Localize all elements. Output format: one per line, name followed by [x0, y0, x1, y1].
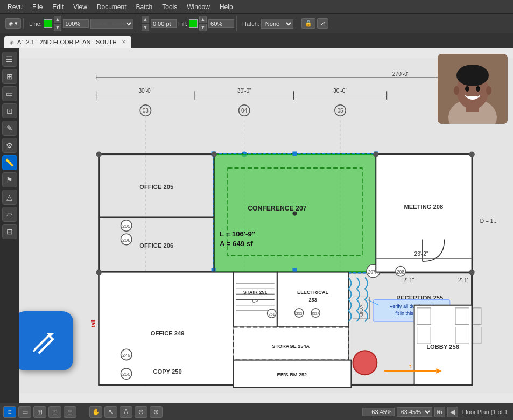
statusbar-first-page-button[interactable]: ⏮ — [434, 407, 445, 417]
sidebar-btn-panel[interactable]: ⊡ — [2, 103, 17, 118]
fab-edit-button[interactable] — [19, 311, 73, 370]
svg-text:ER'S RM 252: ER'S RM 252 — [277, 372, 307, 377]
status-zoom-select[interactable]: 63.45% 50% 100% 150% — [397, 407, 432, 417]
svg-text:205: 205 — [122, 223, 130, 229]
svg-point-136 — [476, 86, 480, 92]
tab-bar: ◈ A1.2.1 - 2ND FLOOR PLAN - SOUTH × — [0, 33, 513, 48]
left-sidebar: ☰ ⊞ ▭ ⊡ ✎ ⚙ 📏 ⚑ △ ▱ ⊟ — [0, 48, 19, 403]
zoom-up-button[interactable]: ▲ — [54, 16, 61, 23]
svg-text:OFFICE 206: OFFICE 206 — [139, 242, 173, 249]
statusbar-prev-page-button[interactable]: ◀ — [447, 407, 458, 417]
fill-opacity-down[interactable]: ▼ — [199, 24, 207, 31]
floor-plan-canvas[interactable]: 30'-0" 30'-0" 30'-0" 270'-0" 03 04 05 — [19, 48, 513, 403]
svg-text:VOID: VOID — [359, 305, 364, 317]
sidebar-btn-measure[interactable]: 📏 — [2, 155, 17, 170]
status-bar: ≡ ▭ ⊞ ⊡ ⊟ ✋ ↖ A ⊖ ⊕ 63.45% 50% 100% 150%… — [0, 403, 513, 420]
statusbar-zoom-out-button[interactable]: ⊖ — [135, 406, 147, 418]
svg-text:A = 649 sf: A = 649 sf — [220, 240, 253, 248]
menu-bar: Revu File Edit View Document Batch Tools… — [0, 0, 513, 14]
offset-down-button[interactable]: ▼ — [142, 24, 149, 31]
svg-line-142 — [34, 349, 36, 351]
menu-view[interactable]: View — [69, 2, 92, 12]
document-tab[interactable]: ◈ A1.2.1 - 2ND FLOOR PLAN - SOUTH × — [4, 36, 131, 48]
statusbar-two-page-button[interactable]: ⊞ — [33, 406, 46, 418]
zoom-input[interactable] — [63, 19, 89, 28]
floor-plan-label: Floor Plan (1 of 1 — [460, 409, 510, 415]
tab-close-button[interactable]: × — [122, 38, 126, 46]
status-zoom-input[interactable] — [362, 408, 395, 416]
line-label: Line: — [29, 20, 42, 27]
svg-text:OFFICE 205: OFFICE 205 — [139, 184, 173, 190]
lock-button[interactable]: 🔒 — [301, 18, 315, 29]
sidebar-btn-markup[interactable]: ✎ — [2, 121, 17, 136]
svg-point-127 — [469, 270, 474, 275]
sidebar-btn-select[interactable]: ▭ — [2, 86, 17, 101]
svg-text:253: 253 — [308, 297, 317, 303]
svg-point-135 — [465, 86, 469, 92]
expand-button[interactable]: ⤢ — [317, 18, 328, 29]
svg-text:206: 206 — [122, 237, 130, 243]
offset-up-button[interactable]: ▲ — [142, 16, 149, 23]
svg-text:253: 253 — [296, 312, 303, 316]
opacity-input[interactable] — [208, 19, 234, 28]
svg-text:30'-0": 30'-0" — [333, 88, 347, 94]
sidebar-btn-grid[interactable]: ⊞ — [2, 69, 17, 84]
svg-point-126 — [96, 270, 102, 275]
toolbar: ◈ ▾ Line: ▲ ▼ ────────── - - - - - - ▲ ▼… — [0, 14, 513, 33]
line-group: Line: ▲ ▼ ────────── - - - - - - — [27, 16, 136, 31]
line-style-select[interactable]: ────────── - - - - - - — [90, 19, 133, 29]
svg-text:UP: UP — [252, 299, 258, 304]
menu-tools[interactable]: Tools — [158, 2, 181, 12]
svg-text:23'-2": 23'-2" — [414, 251, 428, 257]
svg-point-116 — [353, 351, 377, 375]
hatch-group: Hatch: None — [240, 19, 296, 29]
sidebar-btn-settings[interactable]: ⚙ — [2, 138, 17, 153]
statusbar-text-button[interactable]: A — [120, 406, 132, 418]
sidebar-btn-shape[interactable]: ▱ — [2, 207, 17, 222]
tab-title: A1.2.1 - 2ND FLOOR PLAN - SOUTH — [17, 39, 117, 45]
fill-color-box[interactable] — [189, 19, 198, 28]
svg-text:05: 05 — [337, 108, 343, 114]
line-color-box[interactable] — [44, 19, 52, 28]
menu-batch[interactable]: Batch — [132, 2, 157, 12]
menu-file[interactable]: File — [28, 2, 47, 12]
fill-label: Fill: — [178, 20, 187, 27]
svg-text:250: 250 — [122, 372, 130, 377]
sidebar-btn-layers[interactable]: ☰ — [2, 52, 17, 67]
hatch-label: Hatch: — [242, 20, 259, 27]
svg-text:D = 1...: D = 1... — [480, 218, 498, 224]
zoom-down-button[interactable]: ▼ — [54, 24, 61, 31]
svg-text:CONFERENCE 207: CONFERENCE 207 — [248, 205, 307, 212]
statusbar-single-page-button[interactable]: ▭ — [18, 406, 31, 418]
statusbar-pan-button[interactable]: ✋ — [89, 406, 102, 418]
sidebar-btn-triangle[interactable]: △ — [2, 190, 17, 205]
fill-opacity-up[interactable]: ▲ — [199, 16, 207, 23]
menu-document[interactable]: Document — [93, 2, 131, 12]
menu-edit[interactable]: Edit — [48, 2, 68, 12]
hatch-select[interactable]: None — [261, 19, 293, 29]
svg-line-141 — [39, 339, 53, 353]
statusbar-zoom-in-button[interactable]: ⊕ — [150, 406, 163, 418]
statusbar-list-button[interactable]: ≡ — [3, 406, 16, 418]
menu-revu[interactable]: Revu — [3, 2, 27, 12]
person-photo — [438, 54, 508, 124]
sidebar-btn-flag[interactable]: ⚑ — [2, 172, 17, 187]
svg-text:?: ? — [409, 364, 411, 369]
menu-help[interactable]: Help — [215, 2, 237, 12]
svg-text:L = 106'-9": L = 106'-9" — [220, 230, 255, 238]
tool-selector-button[interactable]: ◈ ▾ — [5, 18, 21, 29]
svg-point-122 — [96, 151, 102, 157]
svg-text:2'-1': 2'-1' — [458, 277, 468, 283]
menu-window[interactable]: Window — [182, 2, 214, 12]
statusbar-scroll-button[interactable]: ⊡ — [48, 406, 61, 418]
statusbar-split-button[interactable]: ⊟ — [64, 406, 76, 418]
svg-text:04: 04 — [241, 108, 248, 114]
svg-text:COPY 250: COPY 250 — [153, 368, 181, 375]
svg-text:30'-0": 30'-0" — [237, 88, 251, 94]
sidebar-btn-stamp[interactable]: ⊟ — [2, 224, 17, 239]
statusbar-select-button[interactable]: ↖ — [104, 406, 117, 418]
offset-input[interactable] — [151, 19, 177, 28]
svg-text:03: 03 — [143, 108, 149, 114]
svg-text:253A: 253A — [311, 312, 320, 316]
svg-rect-39 — [292, 268, 297, 272]
